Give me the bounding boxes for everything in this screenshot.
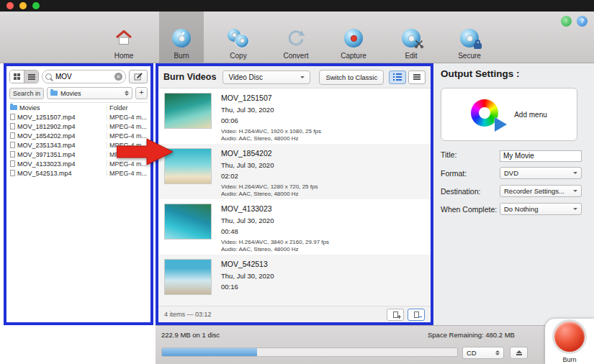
video-row[interactable]: MOV_4133023 Thu, Jul 30, 2020 00:48 Vide…	[158, 199, 431, 255]
file-icon	[10, 160, 15, 167]
file-name: MOV_3971351.mp4	[17, 151, 76, 158]
add-title-button[interactable]	[387, 309, 404, 321]
toolbar-item-edit[interactable]: Edit	[389, 12, 433, 63]
video-metadata: MOV_1251507 Thu, Jul 30, 2020 00:06 Vide…	[221, 93, 321, 140]
file-icon	[10, 151, 15, 158]
video-thumbnail	[164, 259, 212, 295]
convert-arrows-icon	[287, 27, 305, 50]
format-label: Format:	[441, 169, 467, 178]
video-row[interactable]: MOV_1854202 Thu, Jul 30, 2020 02:02 Vide…	[158, 144, 431, 199]
video-date: Thu, Jul 30, 2020	[221, 272, 274, 280]
remove-title-button[interactable]	[408, 309, 425, 321]
video-row[interactable]: MOV_1251507 Thu, Jul 30, 2020 00:06 Vide…	[158, 88, 431, 144]
disc-format-value: CD	[467, 349, 477, 357]
when-complete-label: When Complete:	[441, 205, 497, 214]
when-complete-select[interactable]: Do Nothing	[500, 203, 582, 215]
zoom-button[interactable]	[32, 2, 40, 9]
file-name: Movies	[19, 104, 40, 112]
search-input[interactable]	[54, 72, 112, 81]
panel-title: Burn Videos	[163, 72, 216, 82]
toolbar-item-convert[interactable]: Convert	[274, 12, 318, 63]
file-type: MPEG-4 m...	[107, 114, 147, 121]
list-view-button[interactable]	[24, 70, 38, 83]
search-field[interactable]: ✕	[42, 70, 126, 83]
toolbar: Home Burn Copy Convert Capture	[0, 12, 594, 63]
file-row[interactable]: Movies Folder	[9, 103, 148, 112]
import-media-button[interactable]	[129, 70, 148, 83]
destination-label: Destination:	[441, 187, 480, 196]
file-name: MOV_1854202.mp4	[17, 132, 76, 140]
file-row[interactable]: MOV_542513.mp4 MPEG-4 m...	[9, 168, 148, 178]
toolbar-item-copy[interactable]: Copy	[216, 12, 261, 63]
add-menu-label: Add menu	[514, 111, 547, 119]
search-location-select[interactable]: Movies	[47, 87, 132, 99]
toolbar-item-burn[interactable]: Burn	[159, 12, 204, 63]
list-icon	[28, 74, 35, 80]
file-row[interactable]: MOV_1812902.mp4 MPEG-4 m...	[9, 122, 148, 131]
chevron-down-icon	[300, 76, 305, 78]
drag-direction-arrow	[117, 137, 174, 169]
toolbar-item-capture[interactable]: Capture	[331, 12, 376, 63]
file-row[interactable]: MOV_1251507.mp4 MPEG-4 m...	[9, 112, 148, 122]
eject-icon	[516, 350, 522, 353]
help-button[interactable]: ?	[577, 16, 588, 27]
minimize-button[interactable]	[19, 2, 27, 9]
video-title: MOV_4133023	[221, 204, 329, 213]
media-browser-panel: ✕ Search in Movies + Movies Folder	[4, 63, 153, 325]
list-view-toggles	[389, 70, 426, 84]
disc-type-select[interactable]: Video Disc	[222, 70, 310, 84]
audio-stream-info: Audio: AAC, Stereo, 48000 Hz	[221, 135, 321, 142]
video-thumbnail	[164, 204, 212, 240]
app-window: Home Burn Copy Convert Capture	[0, 0, 594, 364]
home-icon	[114, 27, 133, 50]
folder-icon	[50, 91, 58, 96]
toolbar-label: Capture	[341, 52, 366, 60]
video-title: MOV_1251507	[221, 94, 321, 102]
destination-select[interactable]: Recorder Settings...	[500, 185, 582, 197]
menu-color-wheel-icon	[471, 99, 505, 129]
progress-fill	[162, 348, 257, 356]
file-type: MPEG-4 m...	[107, 123, 147, 130]
output-settings-heading: Output Settings :	[441, 68, 519, 79]
detail-view-button[interactable]	[389, 70, 406, 84]
disc-format-select[interactable]: CD	[462, 347, 504, 359]
destination-value: Recorder Settings...	[504, 187, 564, 195]
movie-title-input[interactable]	[500, 150, 582, 162]
view-mode-segment	[9, 70, 39, 83]
chevron-down-icon	[573, 208, 577, 210]
switch-to-classic-button[interactable]: Switch to Classic	[319, 70, 384, 85]
video-stream-info: Video: H.264/AVC, 1280 x 720, 25 fps	[221, 183, 318, 191]
format-select[interactable]: DVD	[500, 167, 582, 179]
search-location-value: Movies	[60, 90, 81, 97]
file-type: MPEG-4 m...	[107, 170, 147, 177]
audio-stream-info: Audio: AAC, Stereo, 48000 Hz	[221, 191, 318, 198]
items-summary: 4 items — 03:12	[164, 311, 212, 318]
burn-videos-panel: Burn Videos Video Disc Switch to Classic…	[156, 63, 433, 325]
video-row[interactable]: MOV_542513 Thu, Jul 30, 2020 00:16	[158, 255, 431, 306]
grid-view-button[interactable]	[10, 70, 24, 83]
play-icon	[495, 117, 507, 132]
file-name: MOV_2351343.mp4	[17, 142, 76, 149]
burn-panel-header: Burn Videos Video Disc Switch to Classic	[158, 66, 431, 88]
eject-button[interactable]	[510, 347, 528, 359]
edit-scissors-icon	[402, 27, 420, 50]
toolbar-item-home[interactable]: Home	[102, 12, 146, 63]
chevron-down-icon	[573, 172, 577, 174]
file-icon	[10, 142, 15, 148]
toolbar-label: Convert	[283, 52, 308, 60]
detail-list-icon	[393, 73, 402, 81]
upgrade-button[interactable]: ↑	[561, 16, 572, 27]
clear-search-icon[interactable]: ✕	[114, 73, 122, 81]
close-button[interactable]	[6, 2, 14, 9]
disc-usage-progressbar	[161, 347, 458, 357]
add-location-button[interactable]: +	[135, 87, 148, 99]
burn-button-label: Burn	[545, 356, 594, 363]
disc-usage-text: 222.9 MB on 1 disc	[161, 331, 220, 339]
search-in-label: Search in	[9, 88, 44, 99]
toolbar-item-secure[interactable]: Secure	[447, 12, 492, 63]
status-bar: 222.9 MB on 1 disc Space Remaining: 480.…	[156, 325, 594, 364]
burn-button[interactable]	[554, 322, 585, 352]
add-menu-button[interactable]: Add menu	[441, 88, 577, 141]
video-metadata: MOV_1854202 Thu, Jul 30, 2020 02:02 Vide…	[221, 148, 318, 195]
compact-view-button[interactable]	[408, 70, 426, 84]
